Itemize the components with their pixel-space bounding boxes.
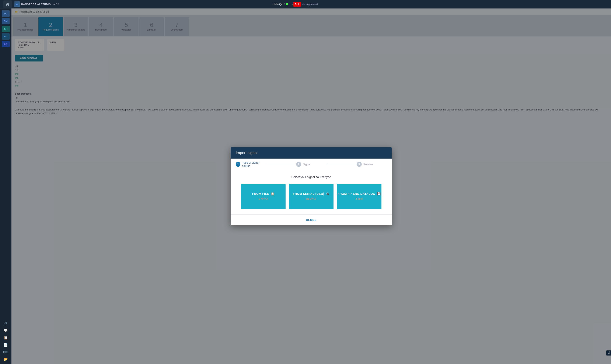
user-info: Hello Qiu ! (273, 3, 288, 6)
sidebar: DL DM SF nC AD ⚙ 💬 📋 📄 ⌨ 📂 (0, 9, 12, 182)
modal-title: Import signal (236, 151, 258, 155)
sidebar-item-dm[interactable]: DM (2, 18, 10, 24)
stepper-num-1: 1 (237, 163, 239, 166)
modal-header: Import signal (231, 147, 306, 158)
sidebar-item-sf[interactable]: SF (2, 26, 10, 32)
stepper-num-2: 2 (298, 163, 299, 166)
stepper-step-2: 2 Signal (296, 162, 306, 167)
sti-brand: ST (293, 2, 301, 7)
stepper-circle-1: 1 (236, 162, 240, 167)
user-status-dot (286, 3, 288, 5)
modal-subtitle: Select your signal source type (236, 175, 306, 179)
stepper-label-1: Type of signal source (242, 161, 266, 168)
stepper-circle-2: 2 (296, 162, 301, 167)
main-content: 📁 Project2024-03-02-22-50-24 1 Project s… (12, 9, 306, 182)
app-version: v4.3.1 (53, 3, 59, 5)
sti-tagline: life.augmented (302, 3, 306, 5)
stepper-line-1 (266, 164, 296, 164)
modal-body: Select your signal source type FROM FILE… (231, 170, 306, 182)
topbar-center: ST life.augmented (293, 2, 306, 7)
stepper-label-2: Signal (303, 163, 306, 166)
logo-icon: NE (14, 1, 20, 7)
app-name: NANOEDGE AI STUDIO (21, 3, 51, 5)
svg-text:NE: NE (16, 3, 18, 5)
import-signal-modal: Import signal 1 Type of signal source 2 … (231, 147, 306, 182)
topbar: NE NANOEDGE AI STUDIO v4.3.1 ST life.aug… (0, 0, 306, 9)
sidebar-item-nc[interactable]: nC (2, 33, 10, 40)
home-button[interactable] (3, 0, 12, 8)
user-greeting: Hello Qiu ! (273, 3, 285, 6)
sti-logo: ST life.augmented (293, 2, 306, 7)
stepper-step-1: 1 Type of signal source (236, 161, 266, 168)
app-logo: NE NANOEDGE AI STUDIO (14, 1, 51, 7)
sidebar-item-dl[interactable]: DL (2, 10, 10, 17)
modal-stepper: 1 Type of signal source 2 Signal 3 Previ… (231, 158, 306, 170)
topbar-left: NE NANOEDGE AI STUDIO v4.3.1 (3, 0, 59, 8)
sidebar-item-ad[interactable]: AD (2, 41, 10, 47)
